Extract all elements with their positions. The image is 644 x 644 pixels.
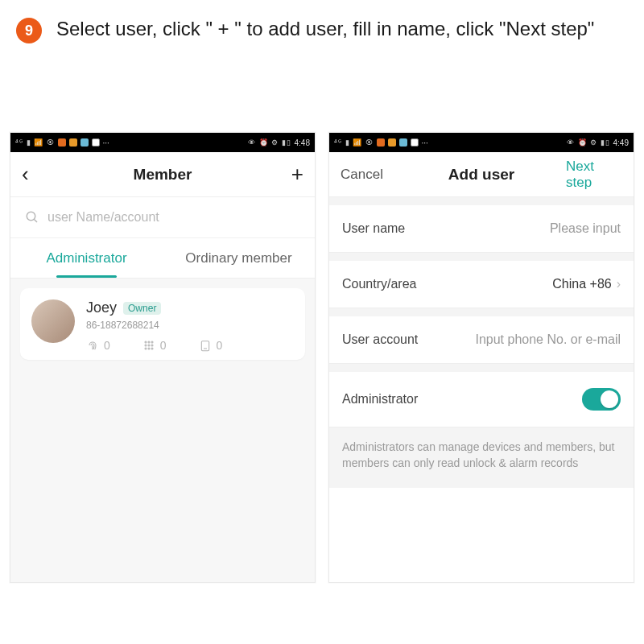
svg-point-9 bbox=[148, 348, 150, 349]
status-bar: ⁴ᴳ ▮ 📶 ⦿ ··· 👁 ⏰ ⚙ ▮▯ 4:49 bbox=[329, 133, 634, 152]
member-card[interactable]: Joey Owner 86-18872688214 0 0 bbox=[20, 288, 305, 360]
app-icon bbox=[80, 138, 89, 147]
search-icon bbox=[25, 210, 39, 225]
member-phone: 86-18872688214 bbox=[86, 320, 294, 331]
page-title: Add user bbox=[397, 166, 566, 184]
next-step-button[interactable]: Next step bbox=[566, 159, 622, 191]
user-account-label: User account bbox=[342, 332, 418, 347]
back-button[interactable]: ‹ bbox=[22, 162, 29, 187]
user-name-field[interactable]: User name Please input bbox=[329, 205, 634, 253]
user-name-label: User name bbox=[342, 221, 405, 236]
card-count: 0 bbox=[199, 339, 223, 352]
add-user-screen: ⁴ᴳ ▮ 📶 ⦿ ··· 👁 ⏰ ⚙ ▮▯ 4:49 Cancel Add us… bbox=[328, 132, 634, 583]
svg-point-5 bbox=[145, 345, 147, 346]
svg-point-3 bbox=[148, 341, 150, 343]
country-label: Country/area bbox=[342, 277, 417, 291]
keypad-count: 0 bbox=[142, 339, 167, 352]
fingerprint-count: 0 bbox=[86, 339, 110, 352]
member-list: Joey Owner 86-18872688214 0 0 bbox=[10, 279, 315, 583]
owner-badge: Owner bbox=[123, 302, 161, 315]
keypad-icon bbox=[142, 339, 155, 352]
search-placeholder: user Name/account bbox=[47, 210, 159, 225]
app-icon bbox=[411, 138, 419, 147]
instruction-header: 9 Select user, click " + " to add user, … bbox=[0, 0, 644, 52]
administrator-label: Administrator bbox=[342, 392, 418, 407]
card-icon bbox=[199, 339, 212, 352]
country-area-field[interactable]: Country/area China +86 › bbox=[329, 261, 634, 308]
svg-rect-11 bbox=[201, 341, 208, 351]
svg-point-7 bbox=[151, 345, 153, 346]
step-number-badge: 9 bbox=[16, 18, 42, 43]
administrator-toggle[interactable] bbox=[582, 388, 621, 411]
svg-point-6 bbox=[148, 345, 150, 346]
page-title: Member bbox=[78, 166, 247, 184]
fingerprint-icon bbox=[86, 339, 99, 352]
signal-icons: ⁴ᴳ ▮ 📶 ⦿ bbox=[334, 138, 374, 147]
app-icon bbox=[377, 138, 385, 147]
signal-icons: ⁴ᴳ ▮ 📶 ⦿ bbox=[15, 138, 55, 147]
user-account-placeholder: Input phone No. or e-mail bbox=[475, 332, 621, 347]
add-user-navbar: Cancel Add user Next step bbox=[329, 152, 634, 197]
tab-ordinary-member[interactable]: Ordinary member bbox=[163, 238, 315, 278]
svg-point-0 bbox=[27, 212, 35, 221]
avatar bbox=[31, 299, 75, 343]
status-time: 4:48 bbox=[295, 138, 310, 147]
administrator-toggle-row: Administrator bbox=[329, 372, 634, 427]
app-icon bbox=[388, 138, 396, 147]
app-icon bbox=[58, 138, 66, 147]
tab-administrator[interactable]: Administrator bbox=[10, 238, 163, 278]
administrator-helper-text: Administrators can manage devices and me… bbox=[329, 427, 634, 488]
phone-pair: ⁴ᴳ ▮ 📶 ⦿ ··· 👁 ⏰ ⚙ ▮▯ 4:48 ‹ Member + bbox=[0, 52, 644, 583]
status-right-icons: 👁 ⏰ ⚙ ▮▯ bbox=[248, 138, 291, 147]
svg-point-8 bbox=[145, 348, 147, 349]
member-navbar: ‹ Member + bbox=[10, 152, 315, 197]
user-account-field[interactable]: User account Input phone No. or e-mail bbox=[329, 316, 634, 364]
add-user-button[interactable]: + bbox=[291, 162, 303, 187]
member-name: Joey bbox=[86, 299, 117, 316]
user-name-placeholder: Please input bbox=[550, 221, 621, 236]
app-icon bbox=[92, 138, 100, 147]
search-input[interactable]: user Name/account bbox=[10, 197, 315, 238]
cancel-button[interactable]: Cancel bbox=[341, 167, 383, 183]
app-icon bbox=[69, 138, 77, 147]
svg-point-4 bbox=[151, 341, 153, 343]
instruction-text: Select user, click " + " to add user, fi… bbox=[56, 16, 594, 42]
add-user-form: User name Please input Country/area Chin… bbox=[329, 197, 634, 488]
country-value: China +86 bbox=[552, 277, 611, 291]
app-icon bbox=[399, 138, 407, 147]
status-bar: ⁴ᴳ ▮ 📶 ⦿ ··· 👁 ⏰ ⚙ ▮▯ 4:48 bbox=[10, 133, 315, 152]
status-right-icons: 👁 ⏰ ⚙ ▮▯ bbox=[567, 138, 610, 147]
status-time: 4:49 bbox=[613, 138, 629, 147]
svg-point-2 bbox=[145, 341, 147, 343]
member-tabs: Administrator Ordinary member bbox=[10, 238, 315, 279]
svg-line-1 bbox=[34, 219, 37, 222]
member-screen: ⁴ᴳ ▮ 📶 ⦿ ··· 👁 ⏰ ⚙ ▮▯ 4:48 ‹ Member + bbox=[10, 132, 316, 583]
svg-point-10 bbox=[151, 348, 153, 349]
chevron-right-icon: › bbox=[617, 277, 621, 291]
